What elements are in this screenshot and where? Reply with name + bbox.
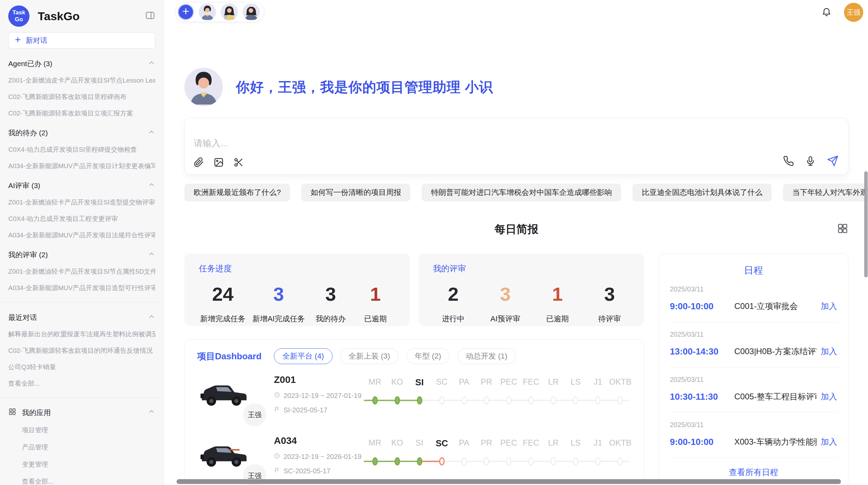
sidebar-item[interactable]: Z001-全新燃油轻卡产品开发项目SI节点属性5D文件评审 bbox=[8, 267, 155, 276]
project-dates-text: 2023-12-19 ~ 2026-01-19 bbox=[284, 453, 361, 461]
greeting-text: 你好，王强，我是你的项目管理助理 小识 bbox=[236, 78, 493, 97]
project-dashboard-card: 项目Dashboard 全新平台 (4) 全新上装 (3) 年型 (2) 动总开… bbox=[184, 339, 644, 485]
sidebar-item[interactable]: Z001-全新燃油皮卡产品开发项目SI节点Lesson Learn报告 bbox=[8, 76, 155, 85]
schedule-event-title: C005-整车工程目标评审 bbox=[734, 391, 817, 402]
chevron-up-icon bbox=[148, 408, 155, 417]
sidebar-item[interactable]: 解释最新出台的欧盟报废车法规再生塑料比例被调至15%... bbox=[8, 330, 155, 339]
join-link[interactable]: 加入 bbox=[821, 301, 837, 312]
group-header[interactable]: Agent已办 (3) bbox=[8, 59, 155, 69]
phone-icon[interactable] bbox=[783, 156, 794, 168]
milestone-dot-done bbox=[417, 396, 422, 405]
sidebar-item[interactable]: C0X4-动力总成开发项目工程变更评审 bbox=[8, 214, 155, 223]
suggestion-chip[interactable]: 特朗普可能对进口汽车增税会对中国车企造成哪些影响 bbox=[422, 184, 621, 201]
join-link[interactable]: 加入 bbox=[821, 391, 837, 402]
sidebar-item[interactable]: A034-全新新能源MUV产品开发项目造型可行性评审 bbox=[8, 284, 155, 293]
milestone-label: LS bbox=[565, 438, 587, 449]
bell-icon[interactable] bbox=[821, 7, 832, 18]
tab-new-body[interactable]: 全新上装 (3) bbox=[340, 348, 399, 364]
sidebar-item[interactable]: C02-飞腾新能源轻客改款项目立项汇报方案 bbox=[8, 109, 155, 118]
agent-switcher bbox=[175, 2, 264, 22]
clock-icon bbox=[274, 392, 280, 400]
group-header[interactable]: 最近对话 bbox=[8, 313, 155, 322]
horizontal-scrollbar[interactable] bbox=[177, 479, 841, 484]
add-agent-button[interactable] bbox=[178, 4, 194, 20]
schedule-entry: 2025/03/11 9:00-10:00 X003-车辆动力学性能验... 加… bbox=[669, 413, 838, 458]
sidebar-item-view-all[interactable]: 查看全部... bbox=[8, 379, 155, 388]
view-all-schedule-link[interactable]: 查看所有日程 bbox=[669, 458, 838, 480]
join-link[interactable]: 加入 bbox=[821, 346, 837, 357]
greeting-block: 你好，王强，我是你的项目管理助理 小识 bbox=[184, 68, 848, 106]
group-header[interactable]: 我的评审 (2) bbox=[8, 250, 155, 260]
milestone-dot bbox=[617, 457, 623, 465]
sidebar-item[interactable]: Z001-全新燃油轻卡产品开发项目SI造型提交物评审 bbox=[8, 198, 155, 207]
milestone-dot bbox=[528, 457, 534, 465]
project-row-a034[interactable]: 王强 A034 2023-12-19 ~ 2026-01-19 SC-2025-… bbox=[197, 434, 631, 475]
stat-label: 已逾期 bbox=[357, 314, 394, 324]
left-column: 任务进度 24 新增完成任务 3 新增AI完成任务 3 bbox=[184, 253, 644, 485]
stat-label: 新增AI完成任务 bbox=[252, 314, 305, 324]
sidebar-group-my-todo: 我的待办 (2) C0X4-动力总成开发项目SI里程碑提交物检查 A034-全新… bbox=[8, 128, 155, 171]
stat-label: AI预评审 bbox=[486, 314, 524, 324]
scissors-icon[interactable] bbox=[233, 157, 244, 169]
sidebar-item[interactable]: 公司Q3轻卡销量 bbox=[8, 363, 155, 372]
composer-input[interactable] bbox=[194, 138, 605, 149]
mic-icon[interactable] bbox=[805, 156, 816, 168]
sidebar-collapse-icon[interactable] bbox=[145, 10, 155, 22]
milestone-label: PEC bbox=[497, 438, 520, 449]
agent-avatar-1[interactable] bbox=[199, 3, 216, 21]
composer-right-icons bbox=[783, 155, 839, 168]
milestone-label: FEC bbox=[520, 377, 542, 388]
agent-avatar-2[interactable] bbox=[221, 3, 238, 21]
project-dates: 2023-12-19 ~ 2027-01-19 bbox=[274, 392, 359, 400]
milestone-label: FEC bbox=[520, 438, 542, 449]
tab-year-model[interactable]: 年型 (2) bbox=[406, 348, 450, 364]
user-avatar[interactable]: 王强 bbox=[844, 3, 863, 22]
suggestion-chip[interactable]: 如何写一份清晰的项目周报 bbox=[301, 184, 410, 201]
agent-avatar-3[interactable] bbox=[243, 3, 260, 21]
chevron-up-icon bbox=[148, 181, 155, 190]
suggestion-chip[interactable]: 比亚迪全固态电池计划具体说了什么 bbox=[632, 184, 772, 201]
main-area: 王强 你好，王强，我是你的项目管理助理 小识 bbox=[164, 0, 868, 485]
tab-new-platform[interactable]: 全新平台 (4) bbox=[274, 348, 333, 364]
sidebar-item-project-mgmt[interactable]: 项目管理 bbox=[22, 426, 155, 435]
new-chat-button[interactable]: 新对话 bbox=[8, 32, 155, 49]
vertical-scrollbar[interactable] bbox=[864, 171, 868, 277]
schedule-time: 9:00-10:00 bbox=[670, 301, 734, 312]
milestone-label: OKTB bbox=[609, 377, 631, 388]
stats-row: 任务进度 24 新增完成任务 3 新增AI完成任务 3 bbox=[184, 253, 644, 326]
milestone-label-current: SI bbox=[408, 377, 431, 388]
layout-grid-icon[interactable] bbox=[837, 223, 848, 236]
project-row-z001[interactable]: 王强 Z001 2023-12-19 ~ 2027-01-19 SI-2025-… bbox=[197, 373, 631, 414]
card-title: 我的评审 bbox=[433, 263, 630, 274]
sidebar-item[interactable]: A034-全新新能源MUV产品开发项目计划变更表编写 bbox=[8, 162, 155, 171]
milestone-dot-done bbox=[417, 457, 422, 465]
group-header[interactable]: 我的待办 (2) bbox=[8, 128, 155, 138]
app-title: TaskGo bbox=[38, 10, 145, 23]
send-icon[interactable] bbox=[827, 155, 839, 168]
sidebar-item[interactable]: C0X4-动力总成开发项目SI里程碑提交物检查 bbox=[8, 145, 155, 154]
composer bbox=[184, 118, 848, 175]
group-header[interactable]: AI评审 (3) bbox=[8, 181, 155, 190]
chevron-up-icon bbox=[148, 59, 155, 69]
schedule-time: 13:00-14:30 bbox=[670, 346, 734, 357]
suggestion-chip[interactable]: 欧洲新规最近颁布了什么? bbox=[184, 184, 290, 201]
schedule-title: 日程 bbox=[669, 264, 838, 277]
paperclip-icon[interactable] bbox=[194, 157, 204, 169]
dashboard-header: 项目Dashboard 全新平台 (4) 全新上装 (3) 年型 (2) 动总开… bbox=[197, 348, 631, 364]
sidebar-item[interactable]: C02-飞腾新能源轻客改款项目里程碑画布 bbox=[8, 92, 155, 101]
stat-ai-done: 3 新增AI完成任务 bbox=[252, 284, 305, 324]
group-title: 我的评审 (2) bbox=[8, 250, 48, 260]
sidebar-item-change-mgmt[interactable]: 变更管理 bbox=[22, 460, 155, 469]
sidebar-item[interactable]: C02-飞腾新能源轻客改款项目的闭环通告反馈情况 bbox=[8, 346, 155, 355]
sidebar-item-product-mgmt[interactable]: 产品管理 bbox=[22, 443, 155, 452]
join-link[interactable]: 加入 bbox=[821, 436, 837, 447]
image-icon[interactable] bbox=[214, 157, 224, 169]
sidebar-item[interactable]: A034-全新新能源MUV产品开发项目法规符合性评审 bbox=[8, 231, 155, 240]
group-title: 我的待办 (2) bbox=[8, 128, 48, 138]
divider bbox=[0, 302, 164, 302]
divider bbox=[0, 398, 164, 398]
suggestion-chip[interactable]: 当下年轻人对汽车外观有怎样的喜好趋势 bbox=[783, 184, 868, 201]
sidebar-item-my-apps[interactable]: 我的应用 bbox=[8, 408, 155, 418]
sidebar-item-view-all-apps[interactable]: 查看全部... bbox=[22, 477, 155, 485]
tab-powertrain[interactable]: 动总开发 (1) bbox=[457, 348, 516, 364]
